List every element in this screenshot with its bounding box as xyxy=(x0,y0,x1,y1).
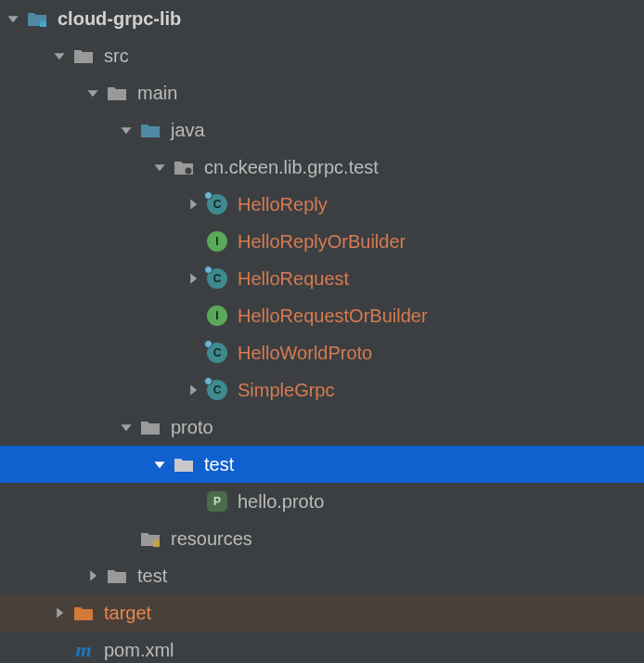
tree-row-class[interactable]: C SimpleGrpc xyxy=(0,371,644,409)
tree-label: HelloReplyOrBuilder xyxy=(238,231,406,253)
tree-label: hello.proto xyxy=(238,491,324,513)
tree-row-folder[interactable]: main xyxy=(0,74,644,111)
folder-icon xyxy=(173,453,195,475)
chevron-down-icon[interactable] xyxy=(50,46,69,65)
tree-row-interface[interactable]: I HelloReplyOrBuilder xyxy=(0,223,644,260)
tree-row-folder-selected[interactable]: test xyxy=(0,446,644,483)
chevron-right-icon[interactable] xyxy=(84,566,102,585)
tree-row-module[interactable]: cloud-grpc-lib xyxy=(0,0,644,37)
tree-label: pom.xml xyxy=(104,640,174,661)
tree-label: HelloWorldProto xyxy=(238,343,372,364)
tree-row-class[interactable]: C HelloRequest xyxy=(0,260,644,297)
tree-label: SimpleGrpc xyxy=(238,380,334,401)
module-folder-icon xyxy=(26,7,48,30)
package-icon xyxy=(173,156,195,178)
class-icon: C xyxy=(206,379,228,401)
tree-row-file[interactable]: m pom.xml xyxy=(0,631,644,663)
resources-folder-icon xyxy=(139,527,161,550)
project-tree[interactable]: cloud-grpc-lib src main java xyxy=(0,0,644,663)
tree-row-source-folder[interactable]: java xyxy=(0,111,644,149)
chevron-down-icon[interactable] xyxy=(117,121,135,139)
chevron-down-icon[interactable] xyxy=(4,9,22,28)
svg-point-1 xyxy=(186,168,192,175)
folder-icon xyxy=(106,565,128,587)
tree-label: cn.ckeen.lib.grpc.test xyxy=(204,157,379,178)
tree-label: resources xyxy=(171,528,252,550)
tree-row-folder[interactable]: test xyxy=(0,557,644,594)
chevron-down-icon[interactable] xyxy=(84,84,102,102)
excluded-folder-icon xyxy=(72,602,95,624)
class-icon: C xyxy=(206,193,228,215)
interface-icon: I xyxy=(206,230,228,253)
tree-row-folder[interactable]: src xyxy=(0,37,644,74)
tree-label: HelloRequestOrBuilder xyxy=(238,306,428,327)
tree-row-package[interactable]: cn.ckeen.lib.grpc.test xyxy=(0,149,644,186)
tree-row-interface[interactable]: I HelloRequestOrBuilder xyxy=(0,297,644,334)
tree-label: test xyxy=(137,566,167,587)
tree-row-resources-folder[interactable]: resources xyxy=(0,520,644,557)
tree-label: cloud-grpc-lib xyxy=(58,8,181,30)
chevron-down-icon[interactable] xyxy=(150,158,169,176)
interface-icon: I xyxy=(206,305,228,327)
tree-label: target xyxy=(104,603,151,624)
chevron-down-icon[interactable] xyxy=(117,418,135,436)
tree-row-file[interactable]: P hello.proto xyxy=(0,483,644,520)
class-icon: C xyxy=(206,267,228,290)
tree-row-class[interactable]: C HelloWorldProto xyxy=(0,334,644,371)
tree-label: src xyxy=(104,46,129,67)
tree-label: HelloRequest xyxy=(238,268,349,290)
svg-rect-0 xyxy=(40,21,46,27)
class-icon: C xyxy=(206,342,228,364)
tree-label: main xyxy=(137,83,177,104)
proto-file-icon: P xyxy=(206,490,228,513)
folder-icon xyxy=(72,45,95,67)
tree-label: HelloReply xyxy=(238,194,328,215)
tree-row-excluded-folder[interactable]: target xyxy=(0,594,644,631)
chevron-right-icon[interactable] xyxy=(50,604,69,622)
chevron-right-icon[interactable] xyxy=(184,195,202,214)
chevron-down-icon[interactable] xyxy=(150,455,169,474)
tree-label: java xyxy=(171,120,205,141)
source-folder-icon xyxy=(139,119,161,141)
chevron-right-icon[interactable] xyxy=(184,269,202,288)
svg-rect-2 xyxy=(153,540,160,547)
tree-row-class[interactable]: C HelloReply xyxy=(0,186,644,223)
chevron-right-icon[interactable] xyxy=(184,381,202,399)
folder-icon xyxy=(139,416,161,438)
tree-label: proto xyxy=(171,417,213,438)
tree-row-folder[interactable]: proto xyxy=(0,409,644,446)
folder-icon xyxy=(106,82,128,104)
tree-label: test xyxy=(204,454,234,475)
maven-file-icon: m xyxy=(72,639,95,661)
